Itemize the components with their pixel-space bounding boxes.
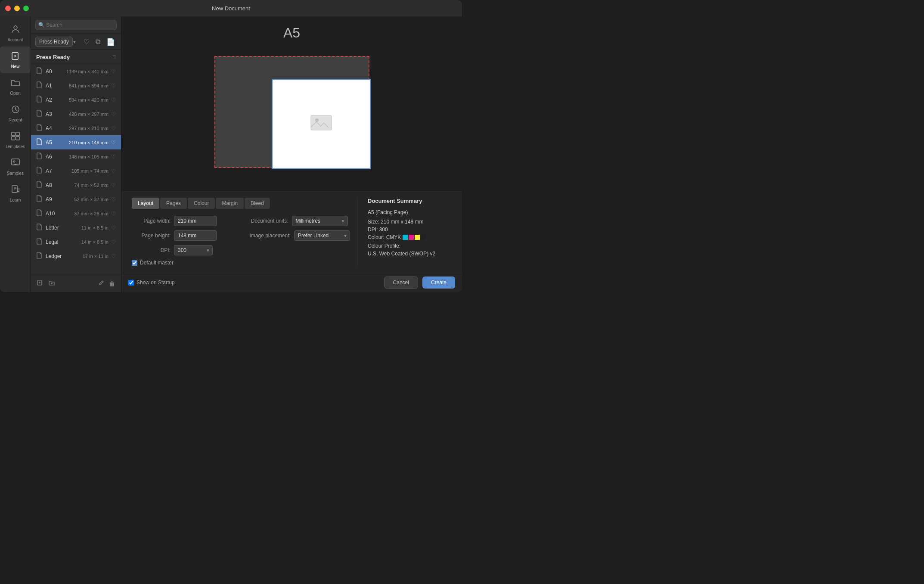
image-placement-row: Image placement: Prefer Linked Prefer Em… [250, 230, 350, 241]
format-name: A6 [46, 154, 69, 160]
format-size: 1189 mm × 841 mm [66, 69, 109, 74]
format-name: Legal [46, 239, 81, 245]
doc-icon [36, 195, 42, 203]
favorite-icon[interactable]: ♡ [111, 211, 116, 217]
favorite-icon[interactable]: ♡ [111, 83, 116, 89]
format-name: A5 [46, 140, 69, 146]
format-item-a5[interactable]: A5 210 mm × 148 mm ♡ [31, 135, 121, 149]
sidebar-item-recent[interactable]: Recent [0, 100, 31, 127]
page-height-row: Page height: [132, 230, 233, 241]
favorite-icon[interactable]: ♡ [111, 253, 116, 259]
close-button[interactable] [5, 6, 11, 11]
format-item-a2[interactable]: A2 594 mm × 420 mm ♡ [31, 93, 121, 107]
menu-icon[interactable]: ≡ [112, 53, 116, 60]
format-item-legal[interactable]: Legal 14 in × 8.5 in ♡ [31, 235, 121, 249]
tab-margin[interactable]: Margin [216, 198, 244, 209]
add-format-button[interactable] [36, 279, 45, 289]
format-item-a9[interactable]: A9 52 mm × 37 mm ♡ [31, 192, 121, 206]
svg-rect-7 [12, 137, 15, 140]
summary-profile-label: Colour Profile: [368, 243, 400, 249]
duplicate-button[interactable]: ⧉ [94, 37, 102, 47]
format-item-letter[interactable]: Letter 11 in × 8.5 in ♡ [31, 221, 121, 235]
favorite-icon[interactable]: ♡ [111, 111, 116, 117]
sidebar-item-label-templates: Templates [6, 144, 25, 149]
minimize-button[interactable] [14, 6, 20, 11]
cancel-button[interactable]: Cancel [384, 276, 418, 289]
format-size: 297 mm × 210 mm [69, 126, 109, 131]
dropdown-arrow-icon: ▼ [72, 40, 77, 44]
sidebar-item-new[interactable]: New [0, 47, 31, 73]
format-size: 37 mm × 26 mm [74, 211, 109, 216]
sidebar-item-label-learn: Learn [10, 198, 21, 202]
svg-rect-17 [311, 115, 332, 130]
file-button[interactable]: 📄 [105, 37, 117, 47]
dpi-select[interactable]: 300 72 96 150 [174, 245, 213, 255]
favorite-icon[interactable]: ♡ [111, 196, 116, 202]
format-size: 594 mm × 420 mm [69, 97, 109, 103]
tab-colour[interactable]: Colour [188, 198, 215, 209]
show-on-startup-checkbox[interactable] [128, 280, 134, 286]
summary-dpi-value: 300 [379, 227, 388, 233]
doc-icon [36, 96, 42, 104]
bottom-buttons: Cancel Create [384, 276, 455, 289]
maximize-button[interactable] [23, 6, 29, 11]
page-height-label: Page height: [132, 233, 171, 239]
format-name: A4 [46, 125, 69, 131]
favorite-icon[interactable]: ♡ [111, 125, 116, 131]
add-folder-button[interactable] [47, 279, 56, 289]
image-placement-select[interactable]: Prefer Linked Prefer Embedded [294, 230, 350, 241]
doc-icon [36, 167, 42, 175]
summary-size-value: 210 mm x 148 mm [381, 219, 423, 225]
create-button[interactable]: Create [422, 276, 455, 289]
favorite-icon[interactable]: ♡ [111, 140, 116, 146]
summary-title: Document Summary [368, 198, 452, 204]
sidebar-item-label-account: Account [7, 37, 23, 42]
favorite-icon[interactable]: ♡ [111, 225, 116, 231]
delete-button[interactable]: 🗑 [108, 279, 116, 289]
tab-bleed[interactable]: Bleed [245, 198, 270, 209]
titlebar: New Document [0, 0, 462, 16]
format-name: A9 [46, 196, 74, 202]
favorite-icon[interactable]: ♡ [111, 239, 116, 245]
tab-pages[interactable]: Pages [160, 198, 187, 209]
panel-footer: 🗑 [31, 275, 121, 292]
format-item-a6[interactable]: A6 148 mm × 105 mm ♡ [31, 149, 121, 164]
format-name: A0 [46, 68, 66, 75]
sidebar-nav: Account New Open [0, 16, 31, 292]
search-bar: 🔍 [31, 16, 121, 34]
svg-point-18 [315, 118, 319, 122]
default-master-checkbox[interactable] [132, 260, 137, 266]
format-item-a3[interactable]: A3 420 mm × 297 mm ♡ [31, 107, 121, 121]
favorite-icon[interactable]: ♡ [111, 154, 116, 160]
sidebar-item-account[interactable]: Account [0, 20, 31, 47]
page-height-input[interactable] [174, 230, 217, 241]
tab-layout[interactable]: Layout [132, 198, 159, 209]
format-item-a8[interactable]: A8 74 mm × 52 mm ♡ [31, 178, 121, 192]
doc-icon [36, 238, 42, 246]
favorite-icon[interactable]: ♡ [111, 97, 116, 103]
format-size: 52 mm × 37 mm [74, 197, 109, 202]
search-input[interactable] [35, 20, 117, 30]
favorite-button[interactable]: ♡ [82, 37, 91, 47]
favorite-icon[interactable]: ♡ [111, 68, 116, 75]
sidebar-item-learn[interactable]: Learn [0, 180, 31, 207]
format-item-a4[interactable]: A4 297 mm × 210 mm ♡ [31, 121, 121, 135]
sidebar-item-templates[interactable]: Templates [0, 127, 31, 153]
sidebar-item-samples[interactable]: Samples [0, 153, 31, 180]
favorite-icon[interactable]: ♡ [111, 168, 116, 174]
edit-button[interactable] [97, 279, 105, 289]
svg-rect-11 [12, 186, 17, 193]
format-item-a0[interactable]: A0 1189 mm × 841 mm ♡ [31, 64, 121, 78]
category-dropdown[interactable]: Press Ready [35, 37, 73, 47]
document-units-select[interactable]: Millimetres Inches Centimetres Points Pi… [292, 216, 348, 226]
format-name: Ledger [46, 253, 83, 259]
format-item-a1[interactable]: A1 841 mm × 594 mm ♡ [31, 78, 121, 93]
format-item-ledger[interactable]: Ledger 17 in × 11 in ♡ [31, 249, 121, 263]
page-width-input[interactable] [174, 216, 217, 226]
color-swatches [403, 235, 426, 240]
swatch-cyan [403, 235, 408, 240]
format-item-a7[interactable]: A7 105 mm × 74 mm ♡ [31, 164, 121, 178]
favorite-icon[interactable]: ♡ [111, 182, 116, 188]
sidebar-item-open[interactable]: Open [0, 73, 31, 100]
format-item-a10[interactable]: A10 37 mm × 26 mm ♡ [31, 206, 121, 221]
